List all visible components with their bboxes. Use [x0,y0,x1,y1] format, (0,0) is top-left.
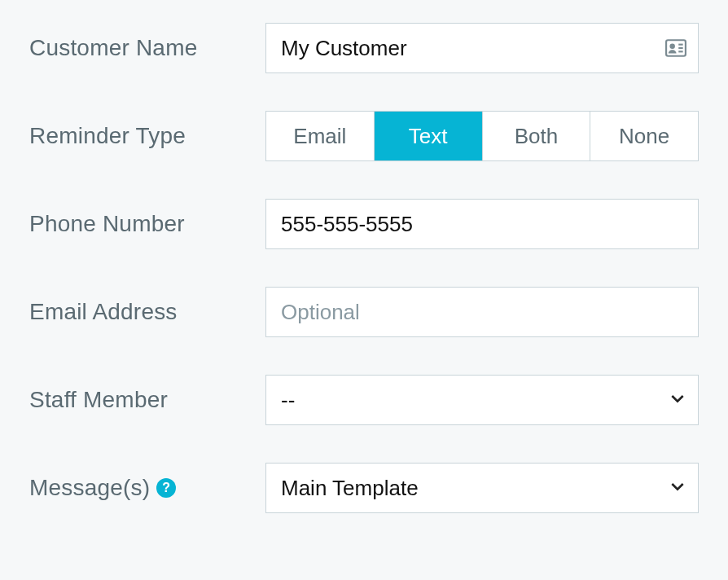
email-address-input[interactable] [265,287,699,337]
svg-point-1 [669,44,675,50]
reminder-type-email-button[interactable]: Email [266,112,375,160]
row-phone-number: Phone Number [29,199,699,249]
control-reminder-type: Email Text Both None [265,111,699,161]
reminder-type-text-button[interactable]: Text [375,112,483,160]
staff-member-select[interactable]: -- [265,375,699,425]
customer-name-input[interactable] [265,23,699,73]
reminder-type-both-button[interactable]: Both [483,112,591,160]
contact-card-icon[interactable] [664,38,687,58]
label-phone-number: Phone Number [29,211,265,237]
control-phone-number [265,199,699,249]
phone-number-input[interactable] [265,199,699,249]
help-icon[interactable]: ? [156,478,176,498]
label-email-address: Email Address [29,299,265,325]
control-staff-member: -- [265,375,699,425]
messages-select-wrap: Main Template [265,463,699,513]
row-email-address: Email Address [29,287,699,337]
control-email-address [265,287,699,337]
reminder-type-none-button[interactable]: None [590,112,698,160]
row-reminder-type: Reminder Type Email Text Both None [29,111,699,161]
control-customer-name [265,23,699,73]
label-reminder-type: Reminder Type [29,123,265,149]
form: Customer Name Reminder Type [0,0,728,559]
row-staff-member: Staff Member -- [29,375,699,425]
row-messages: Message(s) ? Main Template [29,463,699,513]
customer-name-input-wrap [265,23,699,73]
label-messages: Message(s) ? [29,475,265,501]
label-customer-name: Customer Name [29,35,265,61]
row-customer-name: Customer Name [29,23,699,73]
label-messages-text: Message(s) [29,475,150,501]
control-messages: Main Template [265,463,699,513]
messages-select[interactable]: Main Template [265,463,699,513]
staff-member-select-wrap: -- [265,375,699,425]
label-staff-member: Staff Member [29,387,265,413]
reminder-type-group: Email Text Both None [265,111,699,161]
